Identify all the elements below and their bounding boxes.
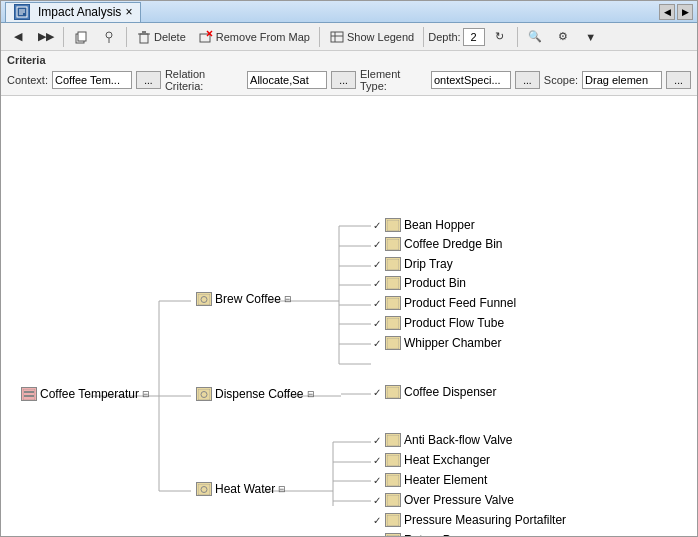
bean-hopper-icon	[385, 218, 401, 232]
sep-3	[319, 27, 320, 47]
anti-valve-label: Anti Back-flow Valve	[404, 433, 513, 447]
relation-input[interactable]	[247, 71, 327, 89]
legend-button[interactable]: Show Legend	[324, 26, 419, 48]
heat-expand[interactable]: ⊟	[278, 484, 286, 494]
title-nav: ◀ ▶	[659, 4, 693, 20]
forward-button[interactable]: ▶▶	[33, 26, 59, 48]
forward-icon: ▶▶	[38, 29, 54, 45]
element-input[interactable]	[431, 71, 511, 89]
sep-5	[517, 27, 518, 47]
back-button[interactable]: ◀	[5, 26, 31, 48]
svg-rect-59	[387, 298, 399, 309]
svg-rect-14	[331, 32, 343, 42]
rotary-pump-icon	[385, 533, 401, 536]
scope-input[interactable]	[582, 71, 662, 89]
tree-lines	[11, 106, 691, 506]
svg-rect-56	[387, 239, 399, 250]
whipper-chamber-node[interactable]: ✓ Whipper Chamber	[373, 336, 501, 350]
root-label: Coffee Temperatur	[40, 387, 139, 401]
back-icon: ◀	[10, 29, 26, 45]
relation-label: Relation Criteria:	[165, 68, 243, 92]
context-browse-button[interactable]: ...	[136, 71, 161, 89]
bean-hopper-label: Bean Hopper	[404, 218, 475, 232]
tree-container: Coffee Temperatur ⊟ Brew Coffee ⊟ Dispen…	[11, 106, 691, 506]
delete-button[interactable]: Delete	[131, 26, 191, 48]
relation-browse-button[interactable]: ...	[331, 71, 356, 89]
heat-label: Heat Water	[215, 482, 275, 496]
main-content[interactable]: Coffee Temperatur ⊟ Brew Coffee ⊟ Dispen…	[1, 96, 697, 536]
drip-tray-label: Drip Tray	[404, 257, 453, 271]
sep-4	[423, 27, 424, 47]
pin-button[interactable]	[96, 26, 122, 48]
more-icon: ▼	[583, 29, 599, 45]
tab-icon	[14, 4, 30, 20]
brew-expand[interactable]: ⊟	[284, 294, 292, 304]
dispense-expand[interactable]: ⊟	[307, 389, 315, 399]
pressure-portafilter-node[interactable]: ✓ Pressure Measuring Portafilter	[373, 513, 566, 527]
product-feed-label: Product Feed Funnel	[404, 296, 516, 310]
svg-rect-60	[387, 318, 399, 329]
root-expand[interactable]: ⊟	[142, 389, 150, 399]
product-bin-node[interactable]: ✓ Product Bin	[373, 276, 466, 290]
nav-next-button[interactable]: ▶	[677, 4, 693, 20]
legend-label: Show Legend	[347, 31, 414, 43]
coffee-dredge-node[interactable]: ✓ Coffee Dredge Bin	[373, 237, 503, 251]
over-pressure-node[interactable]: ✓ Over Pressure Valve	[373, 493, 514, 507]
dispense-coffee-node[interactable]: Dispense Coffee ⊟	[196, 387, 315, 401]
dispense-label: Dispense Coffee	[215, 387, 304, 401]
rotary-pump-label: Rotary Pump	[404, 533, 474, 536]
remove-label: Remove From Map	[216, 31, 310, 43]
bean-hopper-node[interactable]: ✓ Bean Hopper	[373, 218, 475, 232]
svg-rect-58	[387, 278, 399, 289]
root-node[interactable]: Coffee Temperatur ⊟	[21, 387, 150, 401]
element-browse-button[interactable]: ...	[515, 71, 540, 89]
remove-button[interactable]: Remove From Map	[193, 26, 315, 48]
tab-title: Impact Analysis	[38, 5, 121, 19]
over-pressure-icon	[385, 493, 401, 507]
close-tab-button[interactable]: ×	[125, 5, 132, 19]
heater-element-node[interactable]: ✓ Heater Element	[373, 473, 487, 487]
product-feed-node[interactable]: ✓ Product Feed Funnel	[373, 296, 516, 310]
svg-rect-53	[198, 484, 210, 495]
svg-rect-63	[387, 435, 399, 446]
svg-rect-68	[387, 535, 399, 537]
scope-browse-button[interactable]: ...	[666, 71, 691, 89]
heat-water-node[interactable]: Heat Water ⊟	[196, 482, 286, 496]
refresh-button[interactable]: ↻	[487, 26, 513, 48]
pin-icon	[101, 29, 117, 45]
settings-button[interactable]: ⚙	[550, 26, 576, 48]
brew-coffee-node[interactable]: Brew Coffee ⊟	[196, 292, 292, 306]
search-icon: 🔍	[527, 29, 543, 45]
search-button[interactable]: 🔍	[522, 26, 548, 48]
context-input[interactable]	[52, 71, 132, 89]
svg-rect-48	[24, 395, 34, 397]
toolbar: ◀ ▶▶ Delete Remove From Map	[1, 23, 697, 51]
refresh-icon: ↻	[492, 29, 508, 45]
whipper-icon	[385, 336, 401, 350]
anti-valve-node[interactable]: ✓ Anti Back-flow Valve	[373, 433, 513, 447]
more-button[interactable]: ▼	[578, 26, 604, 48]
nav-prev-button[interactable]: ◀	[659, 4, 675, 20]
depth-input[interactable]	[463, 28, 485, 46]
product-bin-label: Product Bin	[404, 276, 466, 290]
svg-rect-46	[23, 389, 35, 400]
copy-button[interactable]	[68, 26, 94, 48]
delete-label: Delete	[154, 31, 186, 43]
brew-icon	[196, 292, 212, 306]
rotary-pump-node[interactable]: ✓ Rotary Pump	[373, 533, 474, 536]
product-flow-icon	[385, 316, 401, 330]
coffee-dredge-icon	[385, 237, 401, 251]
impact-analysis-window: Impact Analysis × ◀ ▶ ◀ ▶▶	[0, 0, 698, 537]
dispense-icon	[196, 387, 212, 401]
dispenser-icon	[385, 385, 401, 399]
product-flow-node[interactable]: ✓ Product Flow Tube	[373, 316, 504, 330]
title-tab[interactable]: Impact Analysis ×	[5, 2, 141, 22]
svg-rect-67	[387, 515, 399, 526]
drip-tray-icon	[385, 257, 401, 271]
heat-exchanger-node[interactable]: ✓ Heat Exchanger	[373, 453, 490, 467]
coffee-dispenser-node[interactable]: ✓ Coffee Dispenser	[373, 385, 497, 399]
root-icon	[21, 387, 37, 401]
anti-valve-icon	[385, 433, 401, 447]
drip-tray-node[interactable]: ✓ Drip Tray	[373, 257, 453, 271]
brew-label: Brew Coffee	[215, 292, 281, 306]
